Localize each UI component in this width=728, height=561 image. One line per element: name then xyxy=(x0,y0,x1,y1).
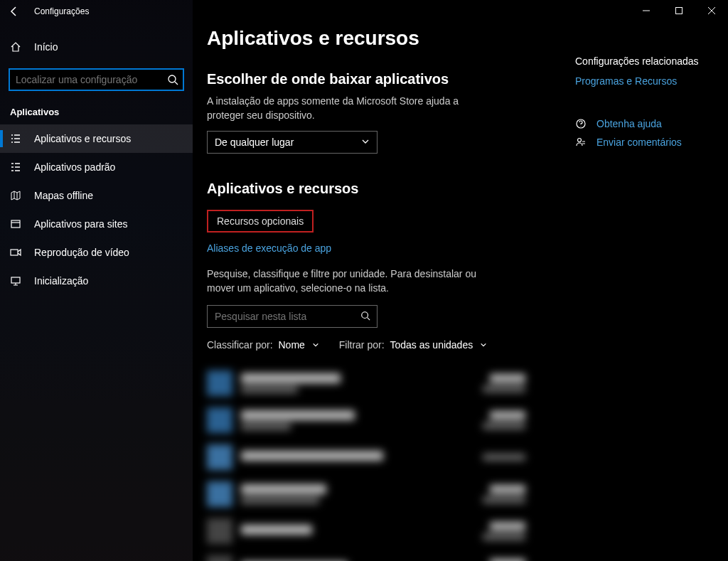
search-icon xyxy=(360,311,372,322)
window-controls xyxy=(630,0,728,21)
app-search xyxy=(207,305,378,328)
list-icon xyxy=(10,133,21,144)
download-source-combo[interactable]: De qualquer lugar xyxy=(207,131,378,154)
optional-features-link[interactable]: Recursos opcionais xyxy=(207,210,314,233)
combo-value: De qualquer lugar xyxy=(215,137,294,148)
list-item[interactable] xyxy=(207,365,554,402)
related-settings-heading: Configurações relacionadas xyxy=(575,55,714,67)
page-title: Aplicativos e recursos xyxy=(207,27,554,50)
send-feedback-link[interactable]: Enviar comentários xyxy=(575,137,714,148)
section-desc-download: A instalação de apps somente da Microsof… xyxy=(207,95,491,122)
startup-icon xyxy=(10,275,21,287)
website-icon xyxy=(10,218,21,230)
content: Aplicativos e recursos Escolher de onde … xyxy=(193,0,568,561)
list-item[interactable] xyxy=(207,550,554,561)
chevron-down-icon xyxy=(480,339,487,351)
sidebar-item-default-apps[interactable]: Aplicativos padrão xyxy=(0,153,193,181)
window-title: Configurações xyxy=(34,6,89,16)
svg-point-0 xyxy=(168,75,176,82)
map-icon xyxy=(10,190,21,201)
sidebar-item-label: Aplicativos para sites xyxy=(34,218,128,230)
list-item[interactable] xyxy=(207,476,554,513)
list-item[interactable] xyxy=(207,439,554,476)
back-button[interactable] xyxy=(6,3,23,20)
maximize-button[interactable] xyxy=(663,0,695,21)
main-area: Aplicativos e recursos Escolher de onde … xyxy=(193,0,728,561)
sidebar-search xyxy=(9,68,184,91)
right-pane: Configurações relacionadas Programas e R… xyxy=(568,0,728,561)
svg-point-4 xyxy=(362,312,368,319)
help-label: Obtenha ajuda xyxy=(596,118,662,129)
chevron-down-icon xyxy=(312,339,319,351)
filter-control[interactable]: Filtrar por: Todas as unidades xyxy=(339,339,487,351)
sidebar-item-label: Inicialização xyxy=(34,275,88,287)
sidebar-item-video-playback[interactable]: Reprodução de vídeo xyxy=(0,238,193,267)
sidebar: Configurações Início Aplicativos Aplicat… xyxy=(0,0,193,561)
minimize-button[interactable] xyxy=(630,0,663,21)
svg-point-6 xyxy=(578,139,582,142)
help-icon xyxy=(575,118,588,129)
sidebar-item-startup[interactable]: Inicialização xyxy=(0,267,193,295)
sidebar-item-label: Aplicativos padrão xyxy=(34,161,115,173)
sort-control[interactable]: Classificar por: Nome xyxy=(207,339,319,351)
search-icon xyxy=(167,74,178,85)
svg-rect-3 xyxy=(11,277,20,283)
get-help-link[interactable]: Obtenha ajuda xyxy=(575,118,714,129)
sidebar-home-label: Início xyxy=(34,41,58,53)
app-search-input[interactable] xyxy=(207,305,378,328)
defaults-icon xyxy=(10,161,21,173)
sort-value: Nome xyxy=(278,339,304,351)
sidebar-home[interactable]: Início xyxy=(0,33,193,61)
section-desc-apps: Pesquise, classifique e filtre por unida… xyxy=(207,267,491,295)
programs-features-link[interactable]: Programas e Recursos xyxy=(575,75,714,87)
section-heading-apps: Aplicativos e recursos xyxy=(207,181,554,197)
chevron-down-icon xyxy=(361,137,370,148)
list-item[interactable] xyxy=(207,513,554,550)
sidebar-section-label: Aplicativos xyxy=(0,91,193,124)
filter-row: Classificar por: Nome Filtrar por: Todas… xyxy=(207,339,554,351)
sidebar-item-label: Aplicativos e recursos xyxy=(34,133,131,144)
section-heading-download: Escolher de onde baixar aplicativos xyxy=(207,71,554,87)
app-aliases-link[interactable]: Aliases de execução de app xyxy=(207,242,331,254)
sort-label: Classificar por: xyxy=(207,339,273,351)
filter-value: Todas as unidades xyxy=(390,339,473,351)
home-icon xyxy=(10,41,21,53)
svg-rect-2 xyxy=(11,250,18,255)
sidebar-item-apps-websites[interactable]: Aplicativos para sites xyxy=(0,210,193,238)
feedback-label: Enviar comentários xyxy=(596,137,682,148)
sidebar-item-offline-maps[interactable]: Mapas offline xyxy=(0,181,193,210)
video-icon xyxy=(10,247,21,258)
svg-rect-1 xyxy=(11,220,20,228)
sidebar-item-label: Reprodução de vídeo xyxy=(34,247,129,258)
svg-rect-7 xyxy=(676,8,682,14)
filter-label: Filtrar por: xyxy=(339,339,385,351)
list-item[interactable] xyxy=(207,402,554,439)
sidebar-item-label: Mapas offline xyxy=(34,190,93,201)
close-button[interactable] xyxy=(695,0,728,21)
app-list xyxy=(207,365,554,561)
sidebar-item-apps-features[interactable]: Aplicativos e recursos xyxy=(0,124,193,153)
titlebar: Configurações xyxy=(0,0,193,23)
search-input[interactable] xyxy=(9,68,184,91)
feedback-icon xyxy=(575,137,588,148)
